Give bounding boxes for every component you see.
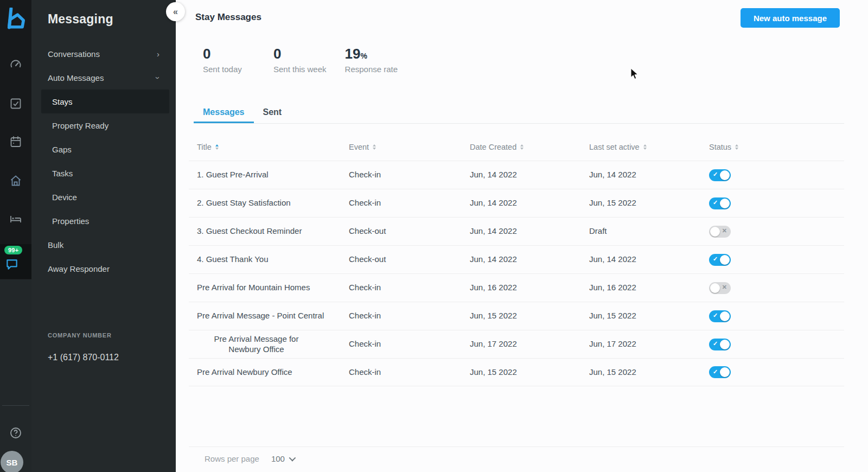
- stat-suffix: %: [360, 52, 367, 60]
- table-header-row: Title Event Date Created Last set active…: [189, 133, 844, 161]
- rows-per-page-select[interactable]: 100: [271, 454, 294, 463]
- cell-title: 1. Guest Pre-Arrival: [189, 170, 341, 180]
- table-row[interactable]: 4. Guest Thank YouCheck-outJun, 14 2022J…: [189, 245, 844, 273]
- column-header-title[interactable]: Title: [189, 143, 341, 151]
- column-header-date-created[interactable]: Date Created: [462, 143, 581, 151]
- x-icon: ✕: [722, 227, 727, 234]
- cell-date-created: Jun, 14 2022: [462, 170, 581, 180]
- check-icon: ✓: [713, 199, 718, 206]
- check-icon: ✓: [713, 171, 718, 178]
- sidebar-collapse-button[interactable]: «: [166, 2, 185, 21]
- unread-count-badge: 99+: [4, 246, 22, 254]
- sidebar-item-stays[interactable]: Stays: [41, 90, 169, 113]
- sort-icon: [520, 144, 524, 150]
- table-row[interactable]: Pre Arrival Message for Newbury OfficeCh…: [189, 330, 844, 358]
- cell-title: Pre Arrival Message - Point Central: [189, 311, 341, 321]
- status-toggle[interactable]: ✓✕: [709, 197, 731, 209]
- status-toggle[interactable]: ✓✕: [709, 226, 731, 238]
- sidebar-item-gaps[interactable]: Gaps: [31, 137, 176, 161]
- home-icon[interactable]: [9, 174, 22, 187]
- cell-event: Check-in: [341, 367, 462, 378]
- sort-icon: [215, 144, 219, 150]
- sidebar-item-tasks[interactable]: Tasks: [31, 161, 176, 185]
- new-auto-message-button[interactable]: New auto message: [741, 8, 840, 28]
- rail-divider: [2, 405, 29, 406]
- company-number-label: COMPANY NUMBER: [48, 332, 119, 339]
- check-icon: ✓: [713, 340, 718, 347]
- help-icon[interactable]: [9, 426, 22, 439]
- stat-sent-this-week: 0 Sent this week: [273, 46, 327, 74]
- company-number-section: COMPANY NUMBER +1 (617) 870-0112: [48, 332, 119, 362]
- cell-date-created: Jun, 15 2022: [462, 367, 581, 378]
- cell-date-created: Jun, 17 2022: [462, 339, 581, 349]
- check-icon: ✓: [713, 368, 718, 375]
- column-header-last-set-active[interactable]: Last set active: [581, 143, 701, 151]
- sidebar-item-label: Away Responder: [48, 264, 110, 273]
- table-row[interactable]: Pre Arrival for Mountain HomesCheck-inJu…: [189, 273, 844, 302]
- status-toggle[interactable]: ✓✕: [709, 169, 731, 181]
- column-header-status[interactable]: Status: [701, 143, 844, 151]
- sort-icon: [735, 144, 738, 150]
- cell-title: 4. Guest Thank You: [189, 254, 341, 265]
- status-toggle[interactable]: ✓✕: [709, 366, 731, 378]
- sidebar-item-label: Gaps: [52, 145, 72, 154]
- status-toggle[interactable]: ✓✕: [709, 254, 731, 266]
- company-number-value: +1 (617) 870-0112: [48, 353, 119, 362]
- table-row[interactable]: 3. Guest Checkout ReminderCheck-outJun, …: [189, 217, 844, 245]
- sidebar-item-bulk[interactable]: Bulk: [31, 233, 176, 257]
- toggle-knob: [710, 283, 720, 293]
- cell-event: Check-out: [341, 226, 462, 237]
- sidebar-item-label: Properties: [52, 216, 89, 226]
- brand-logo-icon[interactable]: [5, 8, 26, 33]
- chat-bubble-icon: [5, 257, 19, 273]
- cell-date-created: Jun, 15 2022: [462, 311, 581, 321]
- rail-lower-zone: [0, 279, 31, 472]
- sidebar-item-conversations[interactable]: Conversations ›: [31, 42, 176, 66]
- check-icon: ✓: [713, 256, 718, 263]
- dashboard-gauge-icon[interactable]: [9, 59, 22, 72]
- cell-date-created: Jun, 14 2022: [462, 198, 581, 208]
- stat-label: Response rate: [345, 65, 398, 74]
- cell-event: Check-in: [341, 339, 462, 349]
- tasks-checkbox-icon[interactable]: [9, 97, 22, 110]
- sidebar-item-label: Stays: [52, 97, 73, 106]
- messages-chat-item[interactable]: 99+: [0, 244, 31, 279]
- tab-bar: Messages Sent: [194, 103, 844, 124]
- sidebar-item-away-responder[interactable]: Away Responder: [31, 257, 176, 280]
- cell-last-set-active: Jun, 15 2022: [581, 367, 701, 378]
- cell-last-set-active: Jun, 14 2022: [581, 254, 701, 265]
- cell-title: 3. Guest Checkout Reminder: [189, 226, 341, 237]
- tab-messages[interactable]: Messages: [194, 103, 254, 123]
- status-toggle[interactable]: ✓✕: [709, 310, 731, 322]
- icon-rail: 99+ SB: [0, 0, 31, 472]
- column-header-event[interactable]: Event: [341, 143, 462, 151]
- chevron-right-icon: ›: [157, 49, 159, 59]
- status-toggle[interactable]: ✓✕: [709, 339, 731, 350]
- column-label: Title: [197, 143, 212, 151]
- cell-event: Check-in: [341, 198, 462, 208]
- lodging-bed-icon[interactable]: [9, 213, 22, 226]
- check-icon: ✓: [713, 312, 718, 319]
- table-row[interactable]: 2. Guest Stay SatisfactionCheck-inJun, 1…: [189, 189, 844, 217]
- table-row[interactable]: Pre Arrival Newbury OfficeCheck-inJun, 1…: [189, 358, 844, 386]
- user-avatar[interactable]: SB: [1, 451, 23, 472]
- cell-last-set-active: Draft: [581, 226, 701, 237]
- table-row[interactable]: 1. Guest Pre-ArrivalCheck-inJun, 14 2022…: [189, 161, 844, 189]
- sidebar-item-label: Device: [52, 193, 77, 202]
- tab-sent[interactable]: Sent: [254, 103, 291, 123]
- sidebar-item-device[interactable]: Device: [31, 185, 176, 209]
- sidebar-item-label: Property Ready: [52, 121, 108, 130]
- sidebar-item-property-ready[interactable]: Property Ready: [31, 113, 176, 137]
- status-toggle[interactable]: ✓✕: [709, 282, 731, 294]
- toggle-knob: [720, 311, 730, 321]
- cell-last-set-active: Jun, 15 2022: [581, 311, 701, 321]
- table-row[interactable]: Pre Arrival Message - Point CentralCheck…: [189, 302, 844, 330]
- toggle-knob: [710, 227, 720, 237]
- table-footer: Rows per page 100: [189, 447, 844, 463]
- chevron-down-icon: [289, 455, 296, 462]
- sidebar-item-auto-messages[interactable]: Auto Messages ›: [31, 66, 176, 90]
- sidebar-item-properties[interactable]: Properties: [31, 209, 176, 233]
- calendar-icon[interactable]: [9, 135, 22, 148]
- cell-title: 2. Guest Stay Satisfaction: [189, 198, 341, 208]
- sidebar-nav: Conversations › Auto Messages › Stays Pr…: [31, 42, 176, 280]
